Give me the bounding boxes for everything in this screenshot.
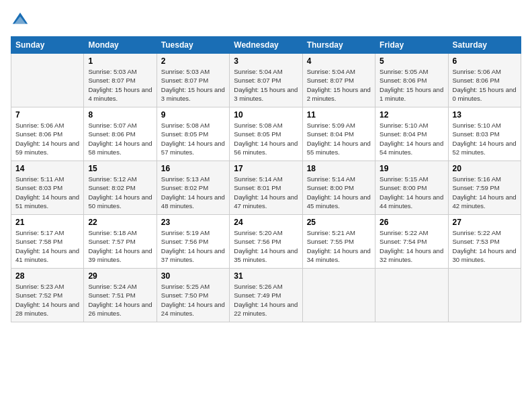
logo-icon <box>11 11 30 30</box>
day-number: 6 <box>453 56 517 66</box>
calendar-cell <box>11 54 84 107</box>
day-info: Sunrise: 5:21 AMSunset: 7:55 PMDaylight:… <box>307 229 371 263</box>
day-number: 4 <box>307 56 371 66</box>
day-info: Sunrise: 5:18 AMSunset: 7:57 PMDaylight:… <box>88 229 152 263</box>
main-container: SundayMondayTuesdayWednesdayThursdayFrid… <box>0 0 532 328</box>
calendar-cell: 21 Sunrise: 5:17 AMSunset: 7:58 PMDaylig… <box>11 215 84 269</box>
day-info: Sunrise: 5:04 AMSunset: 8:07 PMDaylight:… <box>307 68 371 102</box>
header-day: Saturday <box>448 37 521 54</box>
day-info: Sunrise: 5:08 AMSunset: 8:05 PMDaylight:… <box>161 122 225 156</box>
calendar-cell: 22 Sunrise: 5:18 AMSunset: 7:57 PMDaylig… <box>84 215 157 269</box>
calendar-cell: 31 Sunrise: 5:26 AMSunset: 7:49 PMDaylig… <box>230 269 302 322</box>
calendar-cell: 19 Sunrise: 5:15 AMSunset: 8:00 PMDaylig… <box>375 161 448 215</box>
calendar-week: 28 Sunrise: 5:23 AMSunset: 7:52 PMDaylig… <box>11 269 521 322</box>
day-info: Sunrise: 5:24 AMSunset: 7:51 PMDaylight:… <box>88 283 152 317</box>
day-number: 29 <box>88 271 152 281</box>
day-info: Sunrise: 5:05 AMSunset: 8:06 PMDaylight:… <box>380 68 443 102</box>
calendar-cell: 4 Sunrise: 5:04 AMSunset: 8:07 PMDayligh… <box>302 54 375 107</box>
calendar-body: 1 Sunrise: 5:03 AMSunset: 8:07 PMDayligh… <box>11 54 521 322</box>
day-number: 17 <box>234 164 298 173</box>
header-day: Sunday <box>11 37 84 54</box>
day-number: 9 <box>161 110 225 120</box>
calendar-cell: 10 Sunrise: 5:08 AMSunset: 8:05 PMDaylig… <box>230 107 302 161</box>
day-info: Sunrise: 5:22 AMSunset: 7:53 PMDaylight:… <box>453 229 517 263</box>
calendar-cell: 6 Sunrise: 5:06 AMSunset: 8:06 PMDayligh… <box>448 54 521 107</box>
calendar-cell: 14 Sunrise: 5:11 AMSunset: 8:03 PMDaylig… <box>11 161 84 215</box>
calendar-cell: 30 Sunrise: 5:25 AMSunset: 7:50 PMDaylig… <box>157 269 229 322</box>
calendar-cell: 7 Sunrise: 5:06 AMSunset: 8:06 PMDayligh… <box>11 107 84 161</box>
calendar-week: 1 Sunrise: 5:03 AMSunset: 8:07 PMDayligh… <box>11 54 521 107</box>
day-number: 10 <box>234 110 298 120</box>
calendar-cell: 26 Sunrise: 5:22 AMSunset: 7:54 PMDaylig… <box>375 215 448 269</box>
header-day: Monday <box>84 37 157 54</box>
calendar-cell: 16 Sunrise: 5:13 AMSunset: 8:02 PMDaylig… <box>157 161 229 215</box>
logo <box>11 11 32 30</box>
calendar-cell: 12 Sunrise: 5:10 AMSunset: 8:04 PMDaylig… <box>375 107 448 161</box>
calendar-cell: 1 Sunrise: 5:03 AMSunset: 8:07 PMDayligh… <box>84 54 157 107</box>
day-number: 8 <box>88 110 152 120</box>
day-info: Sunrise: 5:14 AMSunset: 8:00 PMDaylight:… <box>307 175 371 210</box>
calendar-cell: 5 Sunrise: 5:05 AMSunset: 8:06 PMDayligh… <box>375 54 448 107</box>
day-info: Sunrise: 5:08 AMSunset: 8:05 PMDaylight:… <box>234 122 298 156</box>
calendar-header: SundayMondayTuesdayWednesdayThursdayFrid… <box>11 37 521 54</box>
day-info: Sunrise: 5:06 AMSunset: 8:06 PMDaylight:… <box>453 68 517 102</box>
day-info: Sunrise: 5:11 AMSunset: 8:03 PMDaylight:… <box>15 175 79 210</box>
day-info: Sunrise: 5:06 AMSunset: 8:06 PMDaylight:… <box>15 122 79 156</box>
day-number: 5 <box>380 56 443 66</box>
day-number: 23 <box>161 218 225 227</box>
day-number: 16 <box>161 164 225 173</box>
day-number: 3 <box>234 56 298 66</box>
calendar-cell <box>302 269 375 322</box>
header-day: Friday <box>375 37 448 54</box>
day-info: Sunrise: 5:10 AMSunset: 8:03 PMDaylight:… <box>453 122 517 156</box>
calendar-cell: 25 Sunrise: 5:21 AMSunset: 7:55 PMDaylig… <box>302 215 375 269</box>
day-info: Sunrise: 5:15 AMSunset: 8:00 PMDaylight:… <box>380 175 443 210</box>
calendar-cell: 15 Sunrise: 5:12 AMSunset: 8:02 PMDaylig… <box>84 161 157 215</box>
header-row <box>11 11 521 30</box>
day-info: Sunrise: 5:03 AMSunset: 8:07 PMDaylight:… <box>88 68 152 102</box>
calendar-cell: 20 Sunrise: 5:16 AMSunset: 7:59 PMDaylig… <box>448 161 521 215</box>
day-number: 13 <box>453 110 517 120</box>
calendar-week: 14 Sunrise: 5:11 AMSunset: 8:03 PMDaylig… <box>11 161 521 215</box>
day-number: 1 <box>88 56 152 66</box>
day-info: Sunrise: 5:16 AMSunset: 7:59 PMDaylight:… <box>453 175 517 210</box>
calendar-cell: 17 Sunrise: 5:14 AMSunset: 8:01 PMDaylig… <box>230 161 302 215</box>
day-info: Sunrise: 5:13 AMSunset: 8:02 PMDaylight:… <box>161 175 225 210</box>
day-number: 15 <box>88 164 152 173</box>
day-info: Sunrise: 5:26 AMSunset: 7:49 PMDaylight:… <box>234 283 298 317</box>
day-info: Sunrise: 5:09 AMSunset: 8:04 PMDaylight:… <box>307 122 371 156</box>
day-info: Sunrise: 5:23 AMSunset: 7:52 PMDaylight:… <box>15 283 79 317</box>
day-number: 7 <box>15 110 79 120</box>
day-number: 26 <box>380 218 443 227</box>
day-number: 2 <box>161 56 225 66</box>
day-number: 24 <box>234 218 298 227</box>
day-info: Sunrise: 5:04 AMSunset: 8:07 PMDaylight:… <box>234 68 298 102</box>
header-day: Thursday <box>302 37 375 54</box>
calendar-cell: 27 Sunrise: 5:22 AMSunset: 7:53 PMDaylig… <box>448 215 521 269</box>
calendar-cell: 29 Sunrise: 5:24 AMSunset: 7:51 PMDaylig… <box>84 269 157 322</box>
day-number: 28 <box>15 271 79 281</box>
day-number: 30 <box>161 271 225 281</box>
day-info: Sunrise: 5:14 AMSunset: 8:01 PMDaylight:… <box>234 175 298 210</box>
calendar-cell: 11 Sunrise: 5:09 AMSunset: 8:04 PMDaylig… <box>302 107 375 161</box>
calendar-cell: 3 Sunrise: 5:04 AMSunset: 8:07 PMDayligh… <box>230 54 302 107</box>
header-day: Tuesday <box>157 37 229 54</box>
day-info: Sunrise: 5:10 AMSunset: 8:04 PMDaylight:… <box>380 122 443 156</box>
day-number: 19 <box>380 164 443 173</box>
day-info: Sunrise: 5:03 AMSunset: 8:07 PMDaylight:… <box>161 68 225 102</box>
day-number: 25 <box>307 218 371 227</box>
header-day: Wednesday <box>230 37 302 54</box>
calendar-cell: 2 Sunrise: 5:03 AMSunset: 8:07 PMDayligh… <box>157 54 229 107</box>
day-number: 21 <box>15 218 79 227</box>
day-number: 18 <box>307 164 371 173</box>
day-number: 22 <box>88 218 152 227</box>
day-info: Sunrise: 5:17 AMSunset: 7:58 PMDaylight:… <box>15 229 79 263</box>
calendar-cell <box>375 269 448 322</box>
calendar-cell: 23 Sunrise: 5:19 AMSunset: 7:56 PMDaylig… <box>157 215 229 269</box>
day-info: Sunrise: 5:22 AMSunset: 7:54 PMDaylight:… <box>380 229 443 263</box>
day-number: 11 <box>307 110 371 120</box>
header-row: SundayMondayTuesdayWednesdayThursdayFrid… <box>11 37 521 54</box>
day-info: Sunrise: 5:07 AMSunset: 8:06 PMDaylight:… <box>88 122 152 156</box>
calendar-cell: 8 Sunrise: 5:07 AMSunset: 8:06 PMDayligh… <box>84 107 157 161</box>
calendar-week: 21 Sunrise: 5:17 AMSunset: 7:58 PMDaylig… <box>11 215 521 269</box>
